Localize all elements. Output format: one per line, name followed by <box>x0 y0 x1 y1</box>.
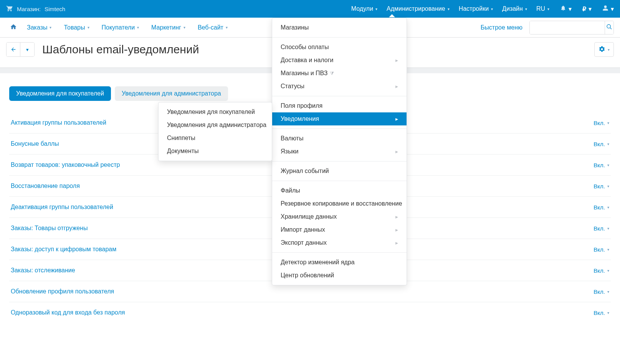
nav-customers[interactable]: Покупатели <box>96 22 145 33</box>
chevron-right-icon: ▸ <box>395 57 398 63</box>
submenu-documents[interactable]: Документы <box>159 145 272 158</box>
template-link[interactable]: Восстановление пароля <box>11 183 80 189</box>
menu-backup[interactable]: Резервное копирование и восстановление <box>272 197 407 210</box>
user-button[interactable] <box>602 5 614 13</box>
user-icon <box>602 5 608 13</box>
top-design[interactable]: Дизайн <box>502 1 527 17</box>
template-link[interactable]: Деактивация группы пользователей <box>11 204 113 211</box>
menu-update-center[interactable]: Центр обновлений <box>272 269 407 282</box>
caret-icon <box>375 7 377 11</box>
menu-currencies[interactable]: Валюты <box>272 132 407 145</box>
caret-icon <box>547 7 549 11</box>
menu-core-detect[interactable]: Детектор изменений ядра <box>272 256 407 269</box>
home-button[interactable] <box>6 21 21 34</box>
quick-menu[interactable]: Быстрое меню <box>481 24 522 31</box>
caret-icon <box>226 25 228 30</box>
status-toggle[interactable]: Вкл. <box>594 267 609 274</box>
caret-icon <box>607 226 609 231</box>
store-selector[interactable]: Магазин: Simtech <box>6 5 65 13</box>
status-label: Вкл. <box>594 120 605 126</box>
currency-button[interactable]: ₽ <box>582 5 592 13</box>
topbar: Магазин: Simtech Модули Администрировани… <box>0 0 620 18</box>
status-toggle[interactable]: Вкл. <box>594 120 609 126</box>
menu-shipping[interactable]: Доставка и налоги▸ <box>272 54 407 67</box>
status-toggle[interactable]: Вкл. <box>594 162 609 168</box>
status-label: Вкл. <box>594 310 605 316</box>
caret-icon <box>88 25 89 30</box>
status-label: Вкл. <box>594 246 605 253</box>
back-dropdown-button[interactable] <box>20 43 34 56</box>
menu-profile-fields[interactable]: Поля профиля <box>272 99 407 112</box>
menu-export[interactable]: Экспорт данных▸ <box>272 236 407 249</box>
template-link[interactable]: Активация группы пользователей <box>11 119 106 126</box>
template-link[interactable]: Заказы: Товары отгружены <box>11 225 88 232</box>
ruble-icon: ₽ <box>582 5 586 13</box>
top-admin[interactable]: Администрирование <box>387 1 450 17</box>
status-label: Вкл. <box>594 267 605 274</box>
submenu-admin-notifications[interactable]: Уведомления для администратора <box>159 119 272 132</box>
template-link[interactable]: Возврат товаров: упаковочный реестр <box>11 161 120 168</box>
status-label: Вкл. <box>594 288 605 295</box>
nav-products[interactable]: Товары <box>58 22 95 33</box>
chevron-right-icon: ▸ <box>395 116 398 122</box>
status-toggle[interactable]: Вкл. <box>594 246 609 253</box>
top-menu: Модули Администрирование Настройки Дизай… <box>351 1 549 17</box>
store-label: Магазин: <box>17 6 41 12</box>
caret-icon <box>611 5 614 13</box>
caret-icon <box>26 47 29 53</box>
caret-icon <box>607 205 609 209</box>
status-label: Вкл. <box>594 141 605 147</box>
status-toggle[interactable]: Вкл. <box>594 310 609 316</box>
back-button-group <box>6 42 35 57</box>
nav-marketing[interactable]: Маркетинг <box>145 22 192 33</box>
status-toggle[interactable]: Вкл. <box>594 204 609 211</box>
template-link[interactable]: Заказы: отслеживание <box>11 267 75 274</box>
gear-icon <box>599 46 605 54</box>
menu-languages[interactable]: Языки▸ <box>272 145 407 158</box>
template-link[interactable]: Обновление профиля пользователя <box>11 288 114 295</box>
search-icon <box>606 24 612 31</box>
template-link[interactable]: Заказы: доступ к цифровым товарам <box>11 246 116 253</box>
status-label: Вкл. <box>594 183 605 189</box>
caret-icon <box>569 5 572 13</box>
status-toggle[interactable]: Вкл. <box>594 141 609 147</box>
chevron-right-icon: ▸ <box>395 227 398 233</box>
submenu-customer-notifications[interactable]: Уведомления для покупателей <box>159 105 272 119</box>
menu-stores[interactable]: Магазины <box>272 21 407 34</box>
menu-logs[interactable]: Журнал событий <box>272 165 407 178</box>
status-toggle[interactable]: Вкл. <box>594 225 609 232</box>
menu-stores-pvz[interactable]: Магазины и ПВЗ⧩ <box>272 67 407 80</box>
top-lang[interactable]: RU <box>536 1 549 17</box>
caret-icon <box>607 290 609 294</box>
menu-files[interactable]: Файлы <box>272 184 407 197</box>
menu-notifications[interactable]: Уведомления▸ <box>272 112 407 125</box>
menu-storage[interactable]: Хранилище данных▸ <box>272 210 407 223</box>
template-link[interactable]: Одноразовый код для входа без пароля <box>11 309 125 316</box>
search-input[interactable] <box>530 21 605 34</box>
top-settings[interactable]: Настройки <box>459 1 493 17</box>
back-button[interactable] <box>7 43 20 56</box>
template-link[interactable]: Бонусные баллы <box>11 140 59 147</box>
notifications-submenu: Уведомления для покупателей Уведомления … <box>158 102 272 161</box>
nav-website[interactable]: Веб-сайт <box>192 22 234 33</box>
page-settings-button[interactable] <box>594 42 614 57</box>
top-right-icons: ₽ <box>560 5 614 13</box>
tab-customer-notifications[interactable]: Уведомления для покупателей <box>9 86 111 101</box>
caret-icon <box>525 7 527 11</box>
menu-import[interactable]: Импорт данных▸ <box>272 223 407 236</box>
chevron-right-icon: ▸ <box>395 214 398 220</box>
notifications-button[interactable] <box>560 5 572 13</box>
status-toggle[interactable]: Вкл. <box>594 183 609 189</box>
page-title: Шаблоны email-уведомлений <box>42 43 199 56</box>
status-toggle[interactable]: Вкл. <box>594 288 609 295</box>
menu-payment[interactable]: Способы оплаты <box>272 41 407 54</box>
status-label: Вкл. <box>594 225 605 232</box>
tab-admin-notifications[interactable]: Уведомления для администратора <box>115 86 228 101</box>
menu-statuses[interactable]: Статусы▸ <box>272 80 407 93</box>
submenu-snippets[interactable]: Сниппеты <box>159 132 272 145</box>
top-modules[interactable]: Модули <box>351 1 377 17</box>
search-button[interactable] <box>605 21 613 34</box>
caret-icon <box>607 121 609 125</box>
nav-orders[interactable]: Заказы <box>21 22 58 33</box>
chevron-right-icon: ▸ <box>395 83 398 89</box>
